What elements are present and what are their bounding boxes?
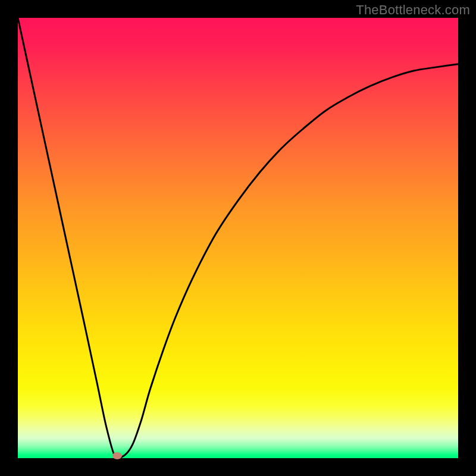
chart-frame: TheBottleneck.com	[0, 0, 476, 476]
bottleneck-curve	[18, 18, 458, 458]
plot-area	[18, 18, 458, 458]
watermark-text: TheBottleneck.com	[356, 2, 470, 18]
minimum-marker	[112, 452, 122, 459]
